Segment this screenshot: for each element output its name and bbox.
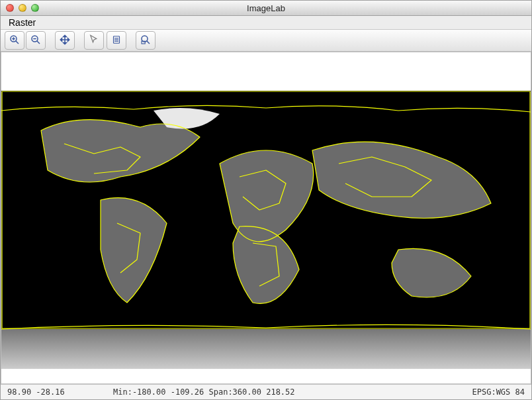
menu-raster[interactable]: Raster (5, 16, 40, 29)
toolbar (1, 30, 531, 52)
svg-line-5 (37, 40, 40, 44)
zoom-in-button[interactable] (5, 31, 24, 50)
window-title: ImageLab (1, 3, 531, 13)
layers-icon (111, 34, 122, 48)
identify-button[interactable] (136, 31, 155, 50)
zoom-window-icon[interactable] (31, 4, 39, 12)
window-controls (1, 4, 39, 12)
pointer-button[interactable] (84, 31, 104, 50)
status-extent: Min:-180.00 -109.26 Span:360.00 218.52 (113, 387, 472, 397)
map-viewport[interactable] (1, 91, 531, 369)
menu-bar: Raster (1, 16, 531, 30)
map-canvas-frame (1, 52, 531, 384)
status-coords: 98.90 -28.16 (7, 387, 113, 397)
zoom-in-icon (9, 34, 21, 48)
status-epsg: EPSG:WGS 84 (472, 387, 525, 397)
zoom-out-button[interactable] (26, 31, 46, 50)
world-map-svg (1, 91, 531, 369)
titlebar: ImageLab (1, 1, 531, 16)
close-icon[interactable] (6, 4, 14, 12)
pan-icon (59, 34, 71, 48)
pointer-icon (88, 34, 100, 48)
svg-rect-15 (142, 41, 145, 44)
layers-button[interactable] (107, 31, 126, 50)
svg-line-14 (147, 40, 150, 44)
status-bar: 98.90 -28.16 Min:-180.00 -109.26 Span:36… (1, 384, 531, 399)
zoom-out-icon (30, 34, 42, 48)
pan-button[interactable] (55, 31, 75, 50)
identify-icon (140, 34, 152, 48)
minimize-icon[interactable] (19, 4, 26, 12)
svg-line-1 (16, 40, 19, 44)
app-window: ImageLab Raster (0, 0, 532, 400)
